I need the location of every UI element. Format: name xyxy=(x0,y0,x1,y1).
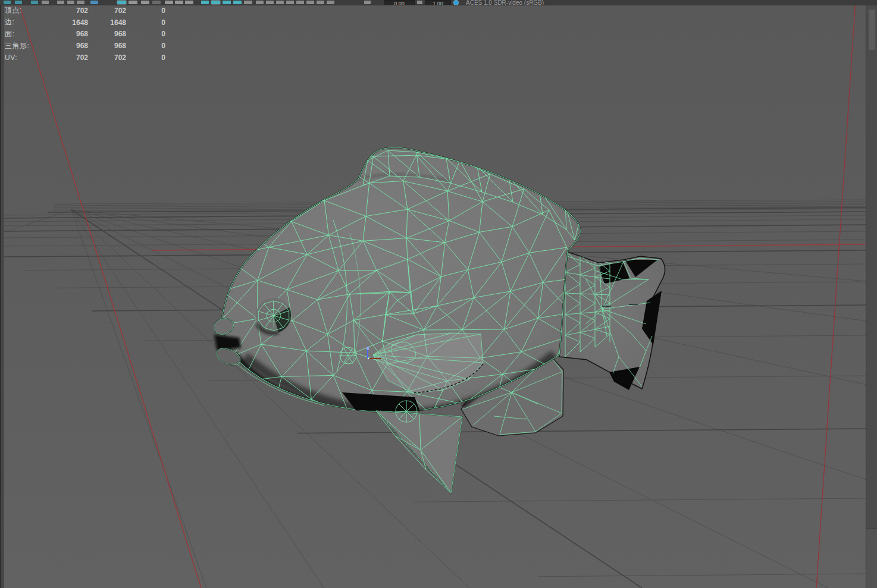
file-new-icon[interactable] xyxy=(4,1,11,4)
textured-display-icon[interactable] xyxy=(223,1,231,4)
wireframe-on-shaded-icon[interactable] xyxy=(317,1,324,4)
isolate-select-icon[interactable] xyxy=(296,1,304,4)
panel-edge-lower xyxy=(866,529,877,588)
select-tool-icon[interactable] xyxy=(57,1,64,4)
viewport-panel[interactable]: 0.00 1.00 ACES 1.0 SDR-video (sRGB) 顶点:7… xyxy=(0,0,877,588)
panel-edge-left xyxy=(0,0,4,588)
manipulator-handle[interactable] xyxy=(367,347,369,350)
polycount-value: 968 xyxy=(88,42,126,50)
polycount-row: 顶点:7027020 xyxy=(5,5,165,17)
snap-grid-icon[interactable] xyxy=(117,1,126,4)
paint-select-icon[interactable] xyxy=(77,1,84,4)
lighting-display-icon[interactable] xyxy=(233,1,242,4)
construction-history-icon[interactable] xyxy=(175,1,183,4)
gamma-icon[interactable] xyxy=(417,1,422,4)
polycount-label: UV: xyxy=(5,54,62,62)
snap-plane-icon[interactable] xyxy=(152,1,161,4)
polycount-label: 面: xyxy=(5,29,62,39)
polycount-value: 1648 xyxy=(88,18,126,27)
snap-curve-icon[interactable] xyxy=(129,1,137,4)
status-line-toolbar[interactable]: 0.00 1.00 ACES 1.0 SDR-video (sRGB) xyxy=(0,0,877,5)
polycount-row: UV:7027020 xyxy=(5,52,165,64)
make-live-icon[interactable] xyxy=(165,1,173,4)
xray-icon[interactable] xyxy=(306,1,314,4)
exposure-icon[interactable] xyxy=(364,1,371,4)
fish-eye xyxy=(256,298,292,334)
polycount-value: 1648 xyxy=(62,18,88,27)
polycount-row: 边:164816480 xyxy=(5,17,165,29)
wireframe-display-icon[interactable] xyxy=(201,1,209,4)
depth-of-field-icon[interactable] xyxy=(286,1,294,4)
polycount-value: 968 xyxy=(62,42,88,50)
polycount-value: 0 xyxy=(126,54,165,62)
polycount-label: 三角形: xyxy=(5,41,62,51)
fin-joint-fan xyxy=(396,401,417,422)
panel-scrollbar-right[interactable] xyxy=(866,0,877,588)
undo-icon[interactable] xyxy=(31,1,38,4)
polycount-value: 0 xyxy=(126,42,165,50)
polycount-value: 702 xyxy=(62,7,88,15)
lasso-tool-icon[interactable] xyxy=(67,1,74,4)
default-material-icon[interactable] xyxy=(327,1,334,4)
polycount-value: 702 xyxy=(88,54,126,62)
color-management-icon[interactable] xyxy=(453,0,459,5)
polycount-value: 968 xyxy=(62,30,88,38)
polycount-value: 0 xyxy=(126,18,165,27)
shaded-display-icon[interactable] xyxy=(211,1,220,4)
polycount-hud: 顶点:7027020边:164816480面:9689680三角形:968968… xyxy=(5,5,165,64)
polycount-value: 0 xyxy=(126,7,165,15)
viewport-3d-canvas[interactable] xyxy=(0,0,877,588)
view-transform-label: ACES 1.0 SDR-video (sRGB) xyxy=(466,0,570,5)
scrollbar-thumb[interactable] xyxy=(869,10,875,50)
ambient-occlusion-icon[interactable] xyxy=(256,1,264,4)
multisample-icon[interactable] xyxy=(276,1,284,4)
render-view-icon[interactable] xyxy=(185,1,193,4)
polycount-row: 面:9689680 xyxy=(5,29,165,40)
polycount-label: 边: xyxy=(5,17,62,27)
polycount-label: 顶点: xyxy=(5,5,62,15)
gamma-field[interactable]: 1.00 xyxy=(425,0,451,5)
polycount-value: 702 xyxy=(88,7,126,15)
redo-icon[interactable] xyxy=(42,1,49,4)
exposure-field[interactable]: 0.00 xyxy=(384,0,415,5)
polycount-value: 702 xyxy=(62,54,88,62)
polycount-value: 968 xyxy=(88,30,126,38)
snap-point-icon[interactable] xyxy=(141,1,149,4)
snap-magnet-icon[interactable] xyxy=(90,1,98,4)
polycount-row: 三角形:9689680 xyxy=(5,40,165,52)
polycount-value: 0 xyxy=(126,30,165,38)
file-save-icon[interactable] xyxy=(15,1,22,4)
shadows-icon[interactable] xyxy=(244,1,252,4)
motion-blur-icon[interactable] xyxy=(266,1,274,4)
